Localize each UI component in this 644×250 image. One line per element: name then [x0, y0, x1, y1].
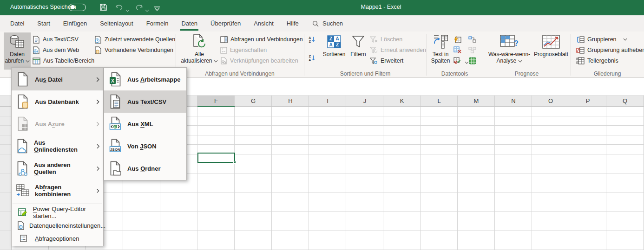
menu-item-aus-anderen-quellen[interactable]: Aus anderen Quellen	[12, 157, 103, 179]
column-header-n[interactable]: N	[495, 96, 532, 107]
tab-ansicht[interactable]: Ansicht	[247, 15, 280, 32]
undo-chevron-icon[interactable]	[125, 6, 130, 14]
submenu-item-aus-ordner[interactable]: Aus Ordner	[104, 157, 186, 179]
manage-relationships-button[interactable]	[468, 46, 476, 54]
queries-pane-icon	[220, 36, 228, 43]
filter-button[interactable]: Filtern	[348, 32, 369, 70]
customize-qat-chevron-icon[interactable]	[153, 5, 161, 13]
get-data-button[interactable]: Daten abrufen	[4, 32, 31, 70]
from-web-button[interactable]: Aus dem Web	[33, 45, 79, 55]
row-header-strip[interactable]	[0, 107, 12, 250]
sort-descending-button[interactable]: ZA	[308, 54, 316, 62]
column-header-g[interactable]: G	[235, 96, 272, 107]
submenu-item-von-json[interactable]: JSON Von JSON	[104, 135, 186, 157]
menu-item-aus-onlinediensten[interactable]: Aus Onlinediensten	[12, 135, 103, 157]
toggle-knob	[71, 5, 75, 9]
svg-text:X: X	[111, 78, 114, 83]
save-icon[interactable]	[99, 3, 107, 13]
relationships-button[interactable]	[468, 35, 476, 43]
column-header-f[interactable]: F	[197, 96, 235, 107]
column-header-i[interactable]: I	[309, 96, 346, 107]
tab-daten[interactable]: Daten	[175, 15, 204, 32]
sort-ascending-button[interactable]: AZ	[308, 35, 316, 43]
group-button[interactable]: Gruppieren	[576, 34, 627, 45]
menu-item-aus-datei[interactable]: Aus Datei	[12, 68, 103, 90]
tab-start[interactable]: Start	[31, 15, 56, 32]
fill-handle[interactable]	[233, 161, 236, 164]
what-if-analysis-button[interactable]: ? Was-wäre-wenn- Analyse	[487, 32, 532, 70]
xml-file-icon	[109, 116, 121, 131]
search-label: Suchen	[322, 20, 343, 27]
data-source-settings-icon	[17, 221, 25, 230]
tab-seitenlayout[interactable]: Seitenlayout	[93, 15, 140, 32]
manage-relationships-icon	[468, 47, 476, 53]
menu-item-abfragen-kombinieren[interactable]: Abfragen kombinieren	[12, 179, 103, 202]
tab-datei[interactable]: Datei	[4, 15, 31, 32]
reapply-filter-button[interactable]: Erneut anwenden	[370, 45, 426, 55]
redo-chevron-icon[interactable]	[145, 6, 149, 14]
tab-einfuegen[interactable]: Einfügen	[57, 15, 93, 32]
undo-icon[interactable]	[115, 3, 124, 13]
edit-links-button[interactable]: Verknüpfungen bearbeiten	[220, 56, 298, 66]
queries-connections-button[interactable]: Abfragen und Verbindungen	[220, 34, 303, 45]
refresh-all-button[interactable]: Alle aktualisieren	[181, 32, 217, 70]
menu-item-abfrageoptionen[interactable]: Abfrageoptionen	[12, 232, 103, 245]
forecast-sheet-button[interactable]: Prognoseblatt	[532, 32, 570, 70]
cloud-file-icon	[16, 139, 28, 154]
submenu-item-aus-xml[interactable]: Aus XML	[104, 113, 186, 135]
svg-text:?: ?	[514, 39, 519, 47]
svg-text:A: A	[335, 36, 339, 41]
title-bar: Automatisches Speichern Mappe1 - Excel	[0, 0, 644, 15]
search-box[interactable]: Suchen	[312, 15, 343, 32]
group-label-datatools: Datentools	[427, 71, 483, 77]
svg-text:A: A	[309, 58, 311, 61]
menu-item-aus-azure[interactable]: Aus Azure	[12, 113, 103, 135]
redo-icon[interactable]	[135, 3, 143, 13]
combine-queries-icon	[16, 184, 29, 198]
subtotal-button[interactable]: Teilergebnis	[576, 56, 618, 66]
flash-fill-icon	[453, 36, 461, 43]
from-table-range-button[interactable]: Aus Tabelle/Bereich	[33, 56, 94, 66]
sort-button[interactable]: ZAAZ Sortieren	[321, 32, 348, 70]
flash-fill-button[interactable]	[453, 35, 461, 43]
menu-item-datenquelleneinstellungen[interactable]: Datenquelleneinstellungen...	[12, 219, 103, 232]
selected-cell[interactable]	[197, 153, 235, 163]
tab-formeln[interactable]: Formeln	[140, 15, 175, 32]
clock-file-icon	[94, 36, 102, 44]
tab-hilfe[interactable]: Hilfe	[280, 15, 305, 32]
database-file-icon	[17, 94, 29, 109]
connection-file-icon	[94, 46, 102, 54]
existing-connections-button[interactable]: Vorhandene Verbindungen	[94, 45, 173, 55]
manage-data-model-button[interactable]	[468, 57, 476, 64]
globe-icon	[33, 46, 40, 54]
column-header-q[interactable]: Q	[606, 96, 644, 107]
remove-duplicates-button[interactable]	[453, 46, 461, 54]
column-header-k[interactable]: K	[383, 96, 421, 107]
submenu-arrow-icon	[97, 166, 99, 171]
text-to-columns-button[interactable]: Text in Spalten	[428, 32, 453, 70]
submenu-item-aus-arbeitsmappe[interactable]: X Aus Arbeitsmappe	[104, 68, 186, 90]
ungroup-button[interactable]: Gruppierung aufheben	[576, 45, 644, 55]
from-text-csv-button[interactable]: Aus Text/CSV	[33, 34, 79, 45]
column-header-m[interactable]: M	[458, 96, 495, 107]
data-validation-button[interactable]	[453, 57, 461, 64]
column-header-o[interactable]: O	[532, 96, 569, 107]
properties-button[interactable]: Eigenschaften	[220, 45, 267, 55]
recent-sources-button[interactable]: Zuletzt verwendete Quellen	[94, 34, 175, 45]
column-header-j[interactable]: J	[346, 96, 383, 107]
autosave-toggle[interactable]	[69, 4, 86, 11]
menu-item-aus-datenbank[interactable]: Aus Datenbank	[12, 90, 103, 113]
clear-filter-button[interactable]: Löschen	[370, 34, 402, 45]
column-header-h[interactable]: H	[272, 96, 309, 107]
advanced-filter-button[interactable]: Erweitert	[370, 56, 403, 66]
submenu-arrow-icon	[97, 188, 99, 193]
submenu-item-aus-text-csv[interactable]: Aus Text/CSV	[104, 90, 186, 113]
submenu-arrow-icon	[96, 77, 99, 82]
menu-item-power-query-editor[interactable]: Power Query-Editor starten...	[12, 206, 103, 219]
chevron-down-icon	[214, 60, 218, 63]
edit-links-icon	[220, 57, 227, 64]
tab-ueberpruefen[interactable]: Überprüfen	[204, 15, 247, 32]
column-header-l[interactable]: L	[421, 96, 458, 107]
column-header-p[interactable]: P	[569, 96, 606, 107]
power-query-editor-icon	[18, 208, 27, 217]
